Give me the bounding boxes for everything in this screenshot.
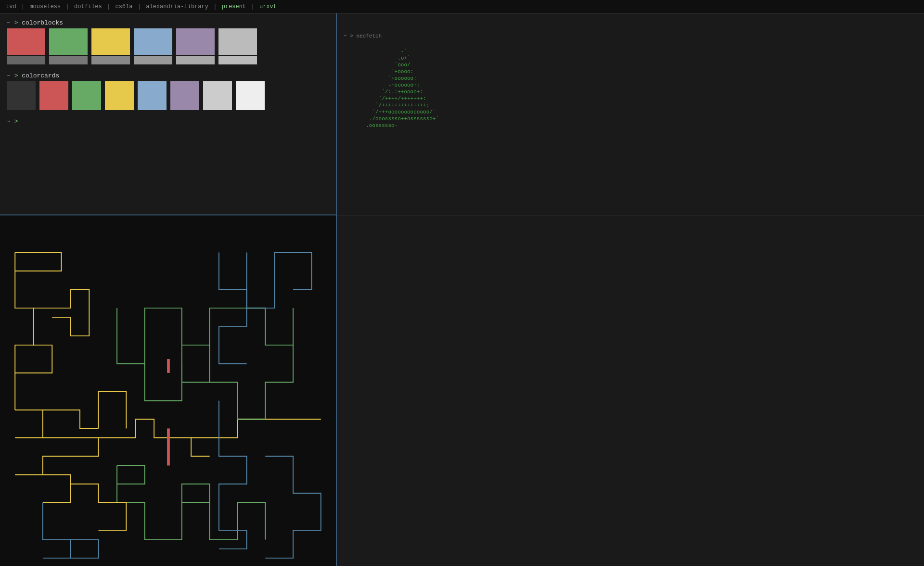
colorblocks-prompt: ~ > colorblocks bbox=[7, 19, 329, 26]
tab-bar: tvd | mouseless | dotfiles | cs61a | ale… bbox=[0, 0, 924, 13]
svg-rect-0 bbox=[6, 215, 330, 566]
colorcard-7 bbox=[236, 81, 265, 110]
colorblocks-row bbox=[7, 28, 329, 64]
colorblock-2 bbox=[91, 28, 130, 64]
colorblock-1 bbox=[49, 28, 88, 64]
colorblock-3 bbox=[134, 28, 172, 64]
neofetch-ascii: ~ > neofetch -` .o+` `ooo/ `+oooo: `+ooo… bbox=[344, 19, 488, 209]
tab-mouseless[interactable]: mouseless bbox=[27, 3, 63, 11]
tab-tvd[interactable]: tvd bbox=[4, 3, 18, 11]
colorcards-row bbox=[7, 81, 329, 110]
colorcard-6 bbox=[203, 81, 232, 110]
tab-alexandria[interactable]: alexandria-library bbox=[144, 3, 210, 11]
tab-urxvt[interactable]: urxvt bbox=[257, 3, 279, 11]
colorcard-1 bbox=[39, 81, 68, 110]
tab-cs61a[interactable]: cs61a bbox=[113, 3, 134, 11]
tab-dotfiles[interactable]: dotfiles bbox=[72, 3, 104, 11]
colorcard-5 bbox=[170, 81, 199, 110]
top-left-terminal: ~ > colorblocks bbox=[0, 13, 336, 215]
final-prompt: ~ > bbox=[7, 118, 329, 125]
bottom-left-viz bbox=[0, 215, 336, 566]
colorblock-0 bbox=[7, 28, 45, 64]
colorblock-4 bbox=[176, 28, 215, 64]
left-pane: ~ > colorblocks bbox=[0, 13, 337, 566]
neofetch-terminal: ~ > neofetch -` .o+` `ooo/ `+oooo: `+ooo… bbox=[337, 13, 924, 215]
colorcard-4 bbox=[138, 81, 167, 110]
right-pane: ~ > neofetch -` .o+` `ooo/ `+oooo: `+ooo… bbox=[337, 13, 924, 566]
tab-present[interactable]: present bbox=[220, 3, 248, 11]
colorcard-0 bbox=[7, 81, 36, 110]
main-layout: ~ > colorblocks bbox=[0, 13, 924, 566]
svg-rect-1 bbox=[167, 428, 170, 465]
svg-rect-2 bbox=[167, 359, 170, 373]
colorcard-3 bbox=[105, 81, 134, 110]
viz-svg bbox=[0, 215, 336, 566]
colorblock-5 bbox=[218, 28, 257, 64]
colorcards-prompt: ~ > colorcards bbox=[7, 72, 329, 79]
colorcard-2 bbox=[72, 81, 101, 110]
